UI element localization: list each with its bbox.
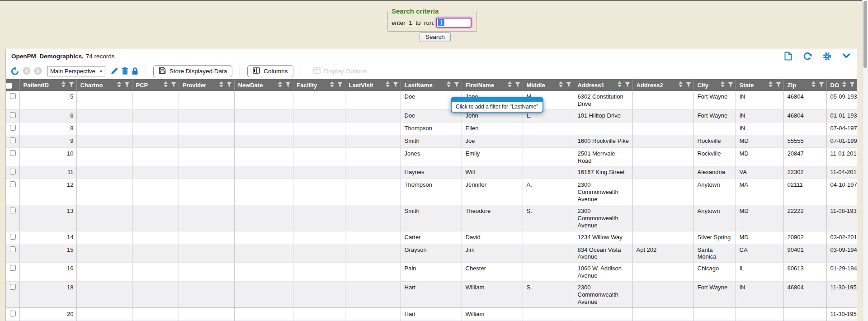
row-checkbox[interactable] [10,265,16,271]
sort-icon[interactable] [507,81,512,89]
column-header-zip[interactable]: Zip [783,79,826,91]
store-displayed-data-button[interactable]: Store Displayed Data [153,65,233,77]
cell-newdate [234,282,293,308]
columns-label: Columns [264,68,288,75]
cell-lastvisit [345,282,401,308]
cell-zip [783,308,826,320]
cell-dob: 11-01-2018 [826,147,857,166]
cell-dob: 07-01-1998 [826,135,857,147]
column-header-firstname[interactable]: FirstName [462,79,523,91]
scrollbar-thumb[interactable] [863,1,867,68]
filter-icon[interactable] [819,82,824,89]
column-header-address2[interactable]: Address2 [632,79,693,91]
row-checkbox[interactable] [10,246,16,252]
row-checkbox[interactable] [10,284,16,290]
filter-icon[interactable] [625,82,630,89]
sort-icon[interactable] [842,81,847,89]
cell-pcp [132,205,179,231]
edit-icon[interactable] [110,67,118,75]
cell-zip: 02111 [783,179,826,205]
filter-icon[interactable] [686,82,691,89]
filter-icon[interactable] [515,82,520,89]
sort-icon[interactable] [163,81,168,89]
run-input[interactable]: 1 [436,18,472,28]
cell-patientid: 12 [19,179,76,205]
search-button[interactable]: Search [420,32,451,42]
filter-icon[interactable] [393,82,398,89]
sort-icon[interactable] [720,81,725,89]
sort-icon[interactable] [678,81,683,89]
table-row: 14CarterDavid1234 Willow WaySilver Sprin… [6,231,857,244]
column-header-provider[interactable]: Provider [179,79,234,91]
row-checkbox[interactable] [10,169,16,175]
row-checkbox[interactable] [10,234,16,240]
sort-icon[interactable] [446,81,451,89]
columns-button[interactable]: Columns [247,65,293,77]
collapse-icon[interactable] [842,53,850,59]
filter-icon[interactable] [124,82,130,89]
cell-dob: 01-29-1945 [826,263,857,282]
filter-icon[interactable] [337,82,343,89]
sort-icon[interactable] [811,81,816,89]
filter-icon[interactable] [454,82,459,89]
column-header-city[interactable]: City [693,79,736,91]
perspective-select[interactable]: Main Perspective ▾ [47,66,105,76]
select-all-checkbox[interactable] [6,83,12,89]
sort-icon[interactable] [330,81,335,89]
cell-facility [293,147,345,166]
column-header-dob[interactable]: DOB [826,79,857,91]
cell-provider [179,308,234,320]
sort-icon[interactable] [385,81,390,89]
sort-icon[interactable] [219,81,224,89]
cell-pcp [132,244,179,263]
undo-icon[interactable] [10,67,19,76]
row-checkbox[interactable] [10,125,16,131]
cell-address1: 2501 Merrvale Road [574,147,632,166]
column-header-state[interactable]: State [736,79,783,91]
column-header-lastname[interactable]: LastName [401,79,462,91]
sort-icon[interactable] [768,81,773,89]
column-header-pcp[interactable]: PCP [132,79,179,91]
row-checkbox[interactable] [10,137,16,143]
cell-address1: 1234 Willow Way [574,231,632,244]
filter-icon[interactable] [285,82,291,89]
column-header-facility[interactable]: Facility [293,79,345,91]
row-checkbox[interactable] [10,112,16,118]
cell-pcp [132,122,179,135]
gear-icon[interactable] [823,52,831,61]
column-label: State [740,82,765,89]
filter-icon[interactable] [171,82,176,89]
column-header-lastvisit[interactable]: LastVisit [345,79,401,91]
delete-icon[interactable] [122,67,128,75]
sort-icon[interactable] [61,81,66,89]
cell-city: Anytown [693,205,736,231]
row-checkbox[interactable] [10,150,16,156]
column-header-chartno[interactable]: Chartno [76,79,132,91]
new-document-icon[interactable] [784,52,792,61]
lock-icon[interactable] [132,67,138,75]
filter-icon[interactable] [776,82,781,89]
row-checkbox[interactable] [10,181,16,187]
column-header-patientid[interactable]: PatientID [19,79,76,91]
grid-title: OpenPM_Demographics, [11,53,84,60]
column-header-middle[interactable]: Middle [523,79,574,91]
column-header-newdate[interactable]: NewDate [234,79,293,91]
row-checkbox[interactable] [10,208,16,213]
sort-icon[interactable] [117,81,122,89]
column-header-address1[interactable]: Address1 [574,79,632,91]
filter-icon[interactable] [566,82,571,89]
filter-icon[interactable] [226,82,232,89]
refresh-icon[interactable] [803,52,812,61]
filter-icon[interactable] [849,82,855,89]
sort-icon[interactable] [278,81,283,89]
cell-state: MD [736,231,783,244]
row-checkbox[interactable] [10,93,16,99]
sort-icon[interactable] [617,81,622,89]
sort-icon[interactable] [558,81,563,89]
cell-lastvisit [345,166,401,179]
filter-icon[interactable] [728,82,733,89]
cell-middle: S. [523,282,574,308]
filter-icon[interactable] [69,82,74,89]
row-checkbox[interactable] [10,311,16,316]
vertical-scrollbar[interactable] [862,0,868,321]
